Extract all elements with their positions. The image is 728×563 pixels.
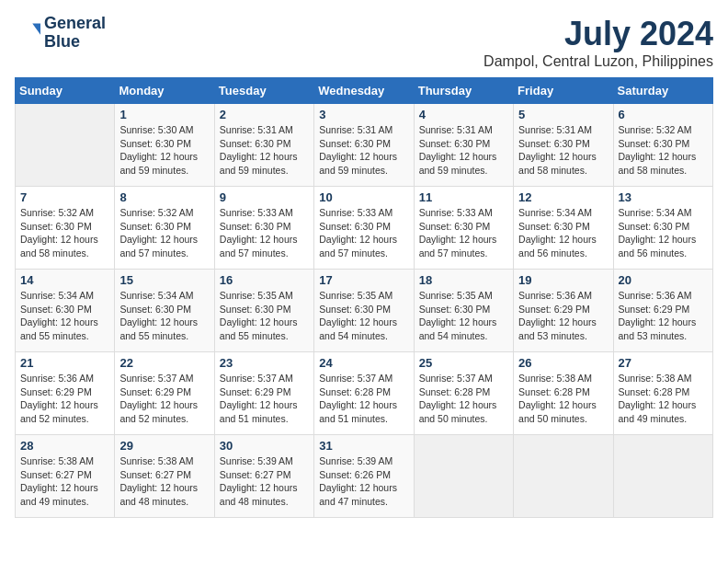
calendar-cell: 19Sunrise: 5:36 AM Sunset: 6:29 PM Dayli… [514,270,613,352]
day-number: 13 [619,190,708,204]
calendar-cell: 29Sunrise: 5:38 AM Sunset: 6:27 PM Dayli… [115,435,214,518]
day-info: Sunrise: 5:39 AM Sunset: 6:27 PM Dayligh… [220,454,309,509]
calendar-cell: 28Sunrise: 5:38 AM Sunset: 6:27 PM Dayli… [16,435,115,518]
calendar-week-3: 14Sunrise: 5:34 AM Sunset: 6:30 PM Dayli… [16,270,713,352]
day-info: Sunrise: 5:34 AM Sunset: 6:30 PM Dayligh… [518,206,608,260]
day-number: 24 [319,356,408,370]
day-header-wednesday: Wednesday [314,78,414,104]
day-number: 1 [119,108,209,121]
calendar-cell: 23Sunrise: 5:37 AM Sunset: 6:29 PM Dayli… [214,352,313,435]
day-info: Sunrise: 5:35 AM Sunset: 6:30 PM Dayligh… [319,289,408,343]
day-number: 27 [619,356,708,370]
logo-icon [15,20,40,46]
day-number: 22 [119,356,209,370]
calendar-cell [414,435,513,518]
day-header-monday: Monday [115,78,214,104]
calendar-cell: 6Sunrise: 5:32 AM Sunset: 6:30 PM Daylig… [613,104,712,187]
calendar-cell: 15Sunrise: 5:34 AM Sunset: 6:30 PM Dayli… [115,270,214,352]
day-number: 19 [518,273,608,287]
day-info: Sunrise: 5:31 AM Sunset: 6:30 PM Dayligh… [419,123,508,178]
calendar-cell: 1Sunrise: 5:30 AM Sunset: 6:30 PM Daylig… [115,104,214,187]
day-number: 26 [518,356,608,370]
day-info: Sunrise: 5:32 AM Sunset: 6:30 PM Dayligh… [119,206,209,260]
day-info: Sunrise: 5:30 AM Sunset: 6:30 PM Dayligh… [119,123,209,178]
day-number: 2 [220,108,309,121]
title-block: July 2024 Dampol, Central Luzon, Philipp… [483,15,713,70]
day-info: Sunrise: 5:35 AM Sunset: 6:30 PM Dayligh… [419,289,508,343]
day-info: Sunrise: 5:31 AM Sunset: 6:30 PM Dayligh… [518,123,608,178]
calendar-cell: 8Sunrise: 5:32 AM Sunset: 6:30 PM Daylig… [115,187,214,270]
day-number: 8 [119,190,209,204]
day-info: Sunrise: 5:32 AM Sunset: 6:30 PM Dayligh… [619,123,708,178]
day-number: 18 [419,273,508,287]
calendar-cell [16,104,115,187]
day-info: Sunrise: 5:36 AM Sunset: 6:29 PM Dayligh… [518,289,608,343]
day-number: 3 [319,108,408,121]
day-info: Sunrise: 5:34 AM Sunset: 6:30 PM Dayligh… [619,206,708,260]
logo-text: General Blue [44,15,106,52]
day-info: Sunrise: 5:34 AM Sunset: 6:30 PM Dayligh… [20,289,109,343]
day-number: 17 [319,273,408,287]
day-info: Sunrise: 5:33 AM Sunset: 6:30 PM Dayligh… [220,206,309,260]
day-number: 4 [419,108,508,121]
page-header: General Blue July 2024 Dampol, Central L… [15,15,713,70]
day-info: Sunrise: 5:31 AM Sunset: 6:30 PM Dayligh… [220,123,309,178]
calendar-cell: 2Sunrise: 5:31 AM Sunset: 6:30 PM Daylig… [214,104,313,187]
day-info: Sunrise: 5:34 AM Sunset: 6:30 PM Dayligh… [119,289,209,343]
day-info: Sunrise: 5:36 AM Sunset: 6:29 PM Dayligh… [20,372,109,426]
day-info: Sunrise: 5:38 AM Sunset: 6:27 PM Dayligh… [119,454,209,509]
calendar-week-2: 7Sunrise: 5:32 AM Sunset: 6:30 PM Daylig… [16,187,713,270]
day-number: 15 [119,273,209,287]
calendar-week-5: 28Sunrise: 5:38 AM Sunset: 6:27 PM Dayli… [16,435,713,518]
calendar-cell: 30Sunrise: 5:39 AM Sunset: 6:27 PM Dayli… [214,435,313,518]
calendar-cell [514,435,613,518]
calendar-cell: 4Sunrise: 5:31 AM Sunset: 6:30 PM Daylig… [414,104,513,187]
day-header-saturday: Saturday [613,78,712,104]
day-info: Sunrise: 5:37 AM Sunset: 6:29 PM Dayligh… [119,372,209,426]
day-header-friday: Friday [514,78,613,104]
calendar-cell: 25Sunrise: 5:37 AM Sunset: 6:28 PM Dayli… [414,352,513,435]
day-number: 29 [119,439,209,453]
calendar-cell: 7Sunrise: 5:32 AM Sunset: 6:30 PM Daylig… [16,187,115,270]
day-info: Sunrise: 5:38 AM Sunset: 6:28 PM Dayligh… [619,372,708,426]
calendar-cell: 13Sunrise: 5:34 AM Sunset: 6:30 PM Dayli… [613,187,712,270]
day-info: Sunrise: 5:35 AM Sunset: 6:30 PM Dayligh… [220,289,309,343]
day-number: 30 [220,439,309,453]
day-info: Sunrise: 5:37 AM Sunset: 6:28 PM Dayligh… [419,372,508,426]
calendar-cell: 12Sunrise: 5:34 AM Sunset: 6:30 PM Dayli… [514,187,613,270]
calendar-week-1: 1Sunrise: 5:30 AM Sunset: 6:30 PM Daylig… [16,104,713,187]
day-info: Sunrise: 5:33 AM Sunset: 6:30 PM Dayligh… [419,206,508,260]
day-info: Sunrise: 5:38 AM Sunset: 6:27 PM Dayligh… [20,454,109,509]
day-number: 28 [20,439,109,453]
calendar-cell: 10Sunrise: 5:33 AM Sunset: 6:30 PM Dayli… [314,187,414,270]
day-number: 6 [619,108,708,121]
day-number: 23 [220,356,309,370]
calendar-cell: 31Sunrise: 5:39 AM Sunset: 6:26 PM Dayli… [314,435,414,518]
location: Dampol, Central Luzon, Philippines [483,53,713,70]
calendar-cell: 16Sunrise: 5:35 AM Sunset: 6:30 PM Dayli… [214,270,313,352]
day-info: Sunrise: 5:31 AM Sunset: 6:30 PM Dayligh… [319,123,408,178]
day-info: Sunrise: 5:36 AM Sunset: 6:29 PM Dayligh… [619,289,708,343]
month-year: July 2024 [483,15,713,53]
day-number: 7 [20,190,109,204]
days-header-row: SundayMondayTuesdayWednesdayThursdayFrid… [16,78,713,104]
calendar-cell: 22Sunrise: 5:37 AM Sunset: 6:29 PM Dayli… [115,352,214,435]
calendar-cell: 20Sunrise: 5:36 AM Sunset: 6:29 PM Dayli… [613,270,712,352]
day-info: Sunrise: 5:32 AM Sunset: 6:30 PM Dayligh… [20,206,109,260]
calendar-cell: 14Sunrise: 5:34 AM Sunset: 6:30 PM Dayli… [16,270,115,352]
day-number: 11 [419,190,508,204]
day-number: 5 [518,108,608,121]
calendar-cell [613,435,712,518]
calendar-cell: 17Sunrise: 5:35 AM Sunset: 6:30 PM Dayli… [314,270,414,352]
calendar-cell: 26Sunrise: 5:38 AM Sunset: 6:28 PM Dayli… [514,352,613,435]
calendar-table: SundayMondayTuesdayWednesdayThursdayFrid… [15,77,713,518]
calendar-week-4: 21Sunrise: 5:36 AM Sunset: 6:29 PM Dayli… [16,352,713,435]
day-number: 31 [319,439,408,453]
calendar-cell: 11Sunrise: 5:33 AM Sunset: 6:30 PM Dayli… [414,187,513,270]
day-number: 16 [220,273,309,287]
day-number: 12 [518,190,608,204]
svg-marker-0 [32,23,40,34]
calendar-cell: 27Sunrise: 5:38 AM Sunset: 6:28 PM Dayli… [613,352,712,435]
day-number: 14 [20,273,109,287]
calendar-cell: 3Sunrise: 5:31 AM Sunset: 6:30 PM Daylig… [314,104,414,187]
